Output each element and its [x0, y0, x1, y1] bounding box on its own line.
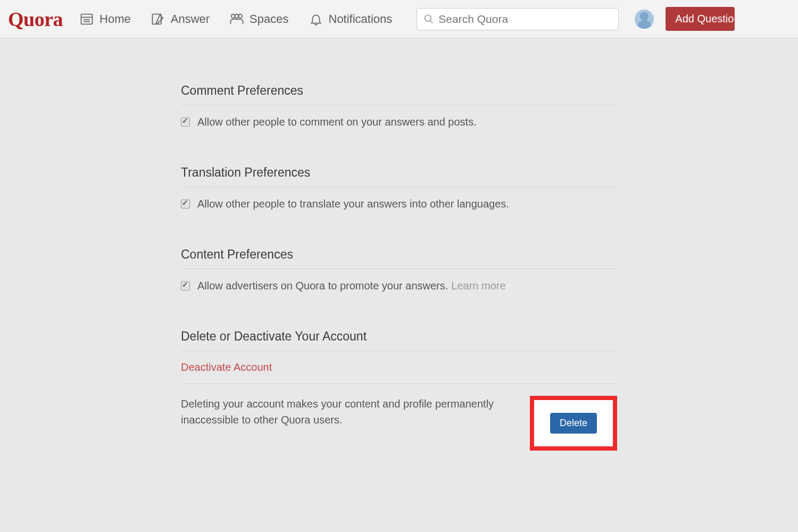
- nav-answer-label: Answer: [171, 12, 210, 26]
- delete-deactivate-title: Delete or Deactivate Your Account: [181, 329, 617, 351]
- comment-checkbox[interactable]: [181, 118, 190, 127]
- svg-line-9: [430, 20, 433, 23]
- delete-description: Deleting your account makes your content…: [181, 396, 514, 428]
- spaces-icon: [229, 11, 245, 27]
- quora-logo[interactable]: Quora: [8, 7, 63, 31]
- svg-point-6: [235, 14, 239, 18]
- svg-point-8: [425, 15, 431, 21]
- delete-row: Deleting your account makes your content…: [181, 384, 617, 451]
- translation-checkbox[interactable]: [181, 200, 190, 209]
- content-preferences-section: Content Preferences Allow advertisers on…: [181, 247, 617, 292]
- translation-option-label: Allow other people to translate your ans…: [197, 198, 509, 210]
- search-box[interactable]: [417, 8, 619, 30]
- content-option-row: Allow advertisers on Quora to promote yo…: [181, 269, 617, 292]
- settings-content: Comment Preferences Allow other people t…: [181, 38, 617, 451]
- search-input[interactable]: [438, 13, 612, 26]
- delete-button[interactable]: Delete: [550, 413, 597, 434]
- delete-highlight-box: Delete: [530, 396, 617, 451]
- comment-preferences-title: Comment Preferences: [181, 84, 617, 105]
- home-icon: [79, 11, 95, 27]
- comment-option-label: Allow other people to comment on your an…: [197, 116, 477, 128]
- bell-icon: [308, 11, 324, 27]
- svg-point-7: [239, 14, 243, 18]
- add-question-button[interactable]: Add Question: [666, 7, 735, 31]
- answer-icon: [150, 11, 166, 27]
- search-icon: [423, 14, 434, 24]
- translation-preferences-section: Translation Preferences Allow other peop…: [181, 165, 617, 210]
- translation-preferences-title: Translation Preferences: [181, 165, 617, 187]
- nav-home[interactable]: Home: [79, 11, 131, 27]
- svg-rect-0: [81, 14, 93, 24]
- comment-preferences-section: Comment Preferences Allow other people t…: [181, 84, 617, 128]
- delete-deactivate-section: Delete or Deactivate Your Account Deacti…: [181, 329, 617, 451]
- search-container: [417, 8, 619, 30]
- comment-option-row: Allow other people to comment on your an…: [181, 105, 617, 128]
- translation-option-row: Allow other people to translate your ans…: [181, 187, 617, 210]
- content-preferences-title: Content Preferences: [181, 247, 617, 269]
- top-navigation-bar: Quora Home Answer: [0, 0, 798, 38]
- nav-home-label: Home: [99, 12, 131, 26]
- nav-spaces[interactable]: Spaces: [229, 11, 288, 27]
- user-avatar[interactable]: [635, 10, 654, 29]
- nav-notifications-label: Notifications: [329, 12, 393, 26]
- nav-notifications[interactable]: Notifications: [308, 11, 393, 27]
- learn-more-link[interactable]: Learn more: [451, 280, 505, 292]
- nav-answer[interactable]: Answer: [150, 11, 210, 27]
- svg-point-5: [231, 14, 235, 18]
- deactivate-account-link[interactable]: Deactivate Account: [181, 351, 617, 384]
- nav-spaces-label: Spaces: [250, 12, 288, 26]
- content-checkbox[interactable]: [181, 281, 190, 290]
- content-option-label: Allow advertisers on Quora to promote yo…: [197, 280, 448, 292]
